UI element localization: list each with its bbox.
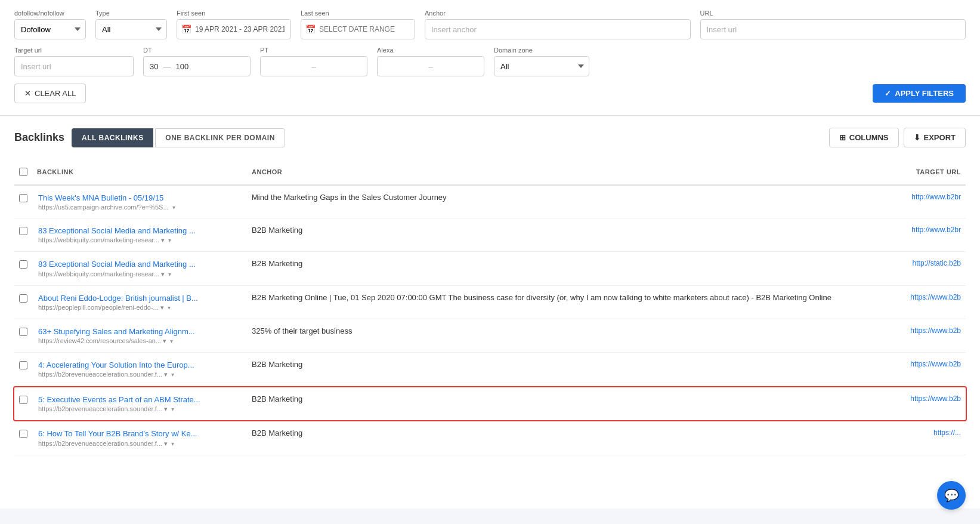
type-group: Type All Text Image: [95, 10, 167, 39]
anchor-text-3: B2B Marketing: [252, 259, 302, 268]
dropdown-arrow-8[interactable]: ▾: [171, 440, 174, 447]
target-url-link-5[interactable]: https://www.b2b: [910, 326, 961, 335]
row-checkbox-6[interactable]: [19, 361, 27, 369]
target-url-link-1[interactable]: http://www.b2br: [911, 193, 961, 201]
table-row: 4: Accelerating Your Solution Into the E…: [14, 353, 966, 386]
tab-group: ALL BACKLINKS ONE BACKLINK PER DOMAIN: [72, 128, 285, 147]
tab-all-backlinks[interactable]: ALL BACKLINKS: [72, 128, 153, 147]
dropdown-arrow-1[interactable]: ▾: [172, 204, 175, 211]
dofollow-label: dofollow/nofollow: [14, 10, 86, 17]
alexa-group: Alexa –: [377, 47, 484, 76]
table-row: 83 Exceptional Social Media and Marketin…: [14, 252, 966, 285]
backlink-title-8[interactable]: 6: How To Tell Your B2B Brand's Story w/…: [38, 429, 197, 438]
pt-range[interactable]: –: [260, 56, 367, 76]
cell-backlink-4: About Reni Eddo-Lodge: British journalis…: [14, 293, 247, 312]
domain-zone-label: Domain zone: [494, 47, 589, 54]
tab-one-per-domain[interactable]: ONE BACKLINK PER DOMAIN: [155, 128, 285, 147]
cell-target-5: https://www.b2b: [870, 326, 966, 335]
first-seen-wrapper[interactable]: 📅: [177, 19, 291, 39]
clear-all-button[interactable]: ✕ CLEAR ALL: [14, 84, 86, 103]
backlink-title-7[interactable]: 5: Executive Events as Part of an ABM St…: [38, 395, 200, 404]
backlink-title-6[interactable]: 4: Accelerating Your Solution Into the E…: [38, 360, 194, 369]
dropdown-arrow-4[interactable]: ▾: [168, 304, 171, 311]
backlinks-title: Backlinks: [14, 131, 64, 144]
row-checkbox-2[interactable]: [19, 227, 27, 235]
row-checkbox-8[interactable]: [19, 430, 27, 438]
last-seen-group: Last seen 📅: [301, 10, 415, 39]
cell-anchor-2: B2B Marketing: [247, 226, 870, 235]
dropdown-arrow-3[interactable]: ▾: [168, 271, 171, 278]
dt-label: DT: [143, 47, 251, 54]
row-checkbox-7[interactable]: [19, 396, 27, 404]
target-url-link-2[interactable]: http://www.b2br: [911, 226, 961, 234]
target-url-label: Target url: [14, 47, 134, 54]
apply-filters-button[interactable]: ✓ APPLY FILTERS: [873, 84, 966, 103]
pt-label: PT: [260, 47, 367, 54]
apply-filters-label: APPLY FILTERS: [895, 89, 954, 98]
cell-backlink-3: 83 Exceptional Social Media and Marketin…: [14, 259, 247, 278]
row-checkbox-3[interactable]: [19, 260, 27, 269]
export-icon: ⬇: [914, 133, 920, 142]
target-url-link-8[interactable]: https://...: [933, 429, 961, 437]
anchor-input[interactable]: [425, 19, 691, 39]
col-header-target: TARGET URL: [870, 164, 966, 180]
backlink-title-2[interactable]: 83 Exceptional Social Media and Marketin…: [38, 226, 196, 235]
table-body: This Week's MNA Bulletin - 05/19/15 http…: [14, 186, 966, 455]
target-url-link-4[interactable]: https://www.b2b: [910, 293, 961, 301]
row-checkbox-4[interactable]: [19, 294, 27, 303]
cell-anchor-6: B2B Marketing: [247, 360, 870, 369]
backlink-url-1: https://us5.campaign-archive.com/?e=%5S.…: [38, 204, 175, 211]
domain-zone-select[interactable]: All .com .net .org: [494, 56, 589, 76]
anchor-text-5: 325% of their target business: [252, 326, 352, 335]
select-all-checkbox[interactable]: [19, 168, 27, 176]
anchor-text-6: B2B Marketing: [252, 360, 302, 369]
backlink-title-5[interactable]: 63+ Stupefying Sales and Marketing Align…: [38, 327, 195, 336]
cell-target-2: http://www.b2br: [870, 226, 966, 234]
first-seen-input[interactable]: [177, 19, 291, 39]
table-row: This Week's MNA Bulletin - 05/19/15 http…: [14, 186, 966, 218]
dropdown-arrow-5[interactable]: ▾: [170, 338, 173, 344]
target-url-link-6[interactable]: https://www.b2b: [910, 360, 961, 368]
url-input[interactable]: [700, 19, 966, 39]
backlink-title-1[interactable]: This Week's MNA Bulletin - 05/19/15: [38, 193, 163, 202]
backlink-url-5: https://review42.com/resources/sales-an.…: [38, 337, 195, 345]
backlink-url-8: https://b2brevenueacceleration.sounder.f…: [38, 440, 197, 448]
backlink-title-4[interactable]: About Reni Eddo-Lodge: British journalis…: [38, 294, 198, 303]
first-seen-label: First seen: [177, 10, 291, 17]
url-group: URL: [700, 10, 966, 39]
target-url-input[interactable]: [14, 56, 134, 76]
backlink-url-2: https://webbiquity.com/marketing-resear.…: [38, 236, 196, 244]
cell-backlink-5: 63+ Stupefying Sales and Marketing Align…: [14, 326, 247, 345]
last-seen-label: Last seen: [301, 10, 415, 17]
backlink-col-label: BACKLINK: [37, 168, 73, 175]
last-seen-input[interactable]: [301, 19, 415, 39]
type-select[interactable]: All Text Image: [95, 19, 167, 39]
dropdown-arrow-2[interactable]: ▾: [168, 237, 171, 243]
anchor-text-8: B2B Marketing: [252, 429, 302, 437]
alexa-range[interactable]: –: [377, 56, 484, 76]
export-button[interactable]: ⬇ EXPORT: [904, 128, 966, 147]
col-header-anchor: ANCHOR: [247, 164, 870, 180]
columns-button[interactable]: ⊞ COLUMNS: [829, 128, 899, 147]
target-url-link-7[interactable]: https://www.b2b: [910, 394, 961, 403]
cell-target-6: https://www.b2b: [870, 360, 966, 368]
row-checkbox-5[interactable]: [19, 328, 27, 336]
chat-button[interactable]: 💬: [937, 481, 966, 508]
cell-backlink-8: 6: How To Tell Your B2B Brand's Story w/…: [14, 429, 247, 447]
export-label: EXPORT: [924, 133, 956, 142]
last-seen-wrapper[interactable]: 📅: [301, 19, 415, 39]
table-row: 5: Executive Events as Part of an ABM St…: [13, 386, 967, 421]
target-url-group: Target url: [14, 47, 134, 76]
target-url-link-3[interactable]: http://static.b2b: [913, 259, 961, 267]
row-checkbox-1[interactable]: [19, 194, 27, 202]
cell-anchor-4: B2B Marketing Online | Tue, 01 Sep 2020 …: [247, 293, 870, 302]
dofollow-select[interactable]: Dofollow Nofollow All: [14, 19, 86, 39]
table-header: BACKLINK ANCHOR TARGET URL: [14, 159, 966, 186]
dt-range[interactable]: 30 — 100: [143, 56, 251, 76]
dropdown-arrow-7[interactable]: ▾: [171, 406, 174, 412]
filter-panel: dofollow/nofollow Dofollow Nofollow All …: [0, 0, 980, 116]
dropdown-arrow-6[interactable]: ▾: [171, 371, 174, 378]
cell-target-7: https://www.b2b: [870, 394, 966, 403]
backlink-title-3[interactable]: 83 Exceptional Social Media and Marketin…: [38, 260, 196, 269]
cell-backlink-7: 5: Executive Events as Part of an ABM St…: [14, 394, 247, 413]
